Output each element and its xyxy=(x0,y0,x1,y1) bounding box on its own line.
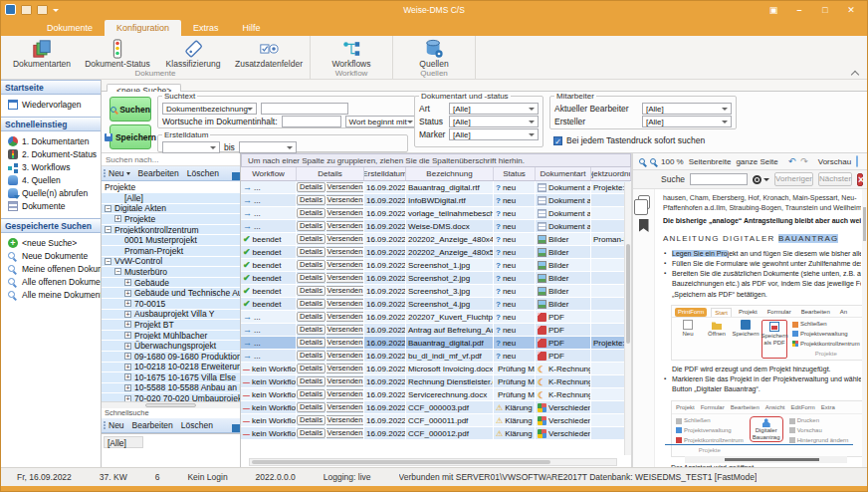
tree-expander-icon[interactable] xyxy=(105,226,111,233)
table-row[interactable]: ... Details Versenden 16.09.2022 08: Wei… xyxy=(241,220,631,233)
tree-expander-icon[interactable] xyxy=(124,279,131,286)
sidebar-item-quellen-abrufen[interactable]: Quelle(n) abrufen xyxy=(1,186,101,199)
details-button[interactable]: Details xyxy=(297,299,326,309)
tree-item[interactable]: 0001 Musterprojekt xyxy=(102,235,240,246)
thumbnails-icon[interactable] xyxy=(638,195,650,209)
status-select[interactable]: [Alle] xyxy=(449,116,539,127)
column-header-bezeichnung[interactable]: Bezeichnung xyxy=(406,167,494,180)
date-to-select[interactable] xyxy=(239,141,297,153)
find-options-button[interactable] xyxy=(753,175,769,184)
ersteller-select[interactable]: [Alle] xyxy=(642,116,732,127)
save-search-button[interactable]: Speichern xyxy=(109,124,151,149)
versenden-button[interactable]: Versenden xyxy=(326,325,364,335)
versenden-button[interactable]: Versenden xyxy=(326,402,364,412)
tree-item[interactable]: Projekt BT xyxy=(102,320,240,331)
tree-item[interactable]: Musterbüro xyxy=(102,267,240,278)
details-button[interactable]: Details xyxy=(297,338,326,348)
ribbon-button-klassifizierung[interactable]: Klassifizierung xyxy=(155,37,231,69)
tree-item[interactable]: VvW-Control xyxy=(102,257,240,268)
details-button[interactable]: Details xyxy=(297,221,326,231)
sidebar-item-workflows[interactable]: 3. Workflows xyxy=(1,160,101,173)
ribbon-button-quellen[interactable]: Quellen xyxy=(396,37,472,69)
find-input[interactable] xyxy=(690,173,748,185)
sidebar-item-meine-offenen-dokumente[interactable]: Meine offenen Dokumente xyxy=(1,262,101,275)
tree-expander-icon[interactable] xyxy=(124,290,131,297)
close-button[interactable] xyxy=(845,5,857,15)
details-button[interactable]: Details xyxy=(297,273,326,283)
bearbeiter-select[interactable]: [Alle] xyxy=(642,103,732,115)
sidebar-item-dokumente[interactable]: Dokumente xyxy=(1,199,101,212)
tree-edit-button[interactable]: Bearbeiten xyxy=(138,168,179,178)
scrollbar-thumb[interactable] xyxy=(725,458,819,461)
versenden-button[interactable]: Versenden xyxy=(326,286,364,296)
tree-item[interactable]: Gebäude xyxy=(102,278,240,289)
versenden-button[interactable]: Versenden xyxy=(326,428,364,438)
tree-item[interactable]: Projekte xyxy=(102,214,240,225)
schnellsuche-edit-button[interactable]: Bearbeiten xyxy=(132,420,173,430)
ribbon-collapse-icon[interactable] xyxy=(851,71,859,77)
table-row[interactable]: ... Details Versenden 16.09.2022 08: Inf… xyxy=(241,194,631,207)
bookmark-icon[interactable] xyxy=(639,219,649,232)
table-row[interactable]: beendet Details Versenden 16.09.2022 08:… xyxy=(241,233,631,246)
details-button[interactable]: Details xyxy=(297,234,326,244)
tree-splitter[interactable] xyxy=(102,401,240,408)
search-field-select[interactable]: Dokumentbezeichnung xyxy=(162,103,257,115)
versenden-button[interactable]: Versenden xyxy=(326,312,364,322)
tree-item[interactable]: [Alle] xyxy=(102,193,240,204)
details-button[interactable]: Details xyxy=(297,415,326,425)
tree-expander-icon[interactable] xyxy=(124,353,131,360)
table-row[interactable]: ... Details Versenden 16.09.2022 08: bu_… xyxy=(241,350,631,363)
details-button[interactable]: Details xyxy=(297,389,326,399)
details-button[interactable]: Details xyxy=(297,402,326,412)
tree-item[interactable]: Überwachungsprojekt xyxy=(102,341,240,352)
versenden-button[interactable]: Versenden xyxy=(326,351,364,361)
sidebar-item-dokumentarten[interactable]: 1. Dokumentarten xyxy=(1,134,101,147)
ribbon-button-dokumentarten[interactable]: Dokumentarten xyxy=(4,37,80,69)
quick-access-database-icon[interactable] xyxy=(37,5,48,15)
tree-item[interactable]: Projekt Mühlbacher xyxy=(102,331,240,342)
table-row[interactable]: beendet Details Versenden 16.09.2022 08:… xyxy=(241,259,631,272)
checkbox-checked-icon[interactable] xyxy=(553,136,562,145)
versenden-button[interactable]: Versenden xyxy=(326,234,364,244)
table-row[interactable]: kein Workflow Details Versenden 16.09.20… xyxy=(241,427,631,440)
instant-search-option[interactable]: Bei jedem Tastendruck sofort suchen xyxy=(553,135,705,145)
find-previous-button[interactable]: Vorheriger xyxy=(774,172,813,186)
versenden-button[interactable]: Versenden xyxy=(326,299,364,309)
table-row[interactable]: kein Workflow Details Versenden 16.09.20… xyxy=(241,363,631,375)
details-button[interactable]: Details xyxy=(297,208,326,218)
details-button[interactable]: Details xyxy=(297,312,326,322)
date-from-select[interactable] xyxy=(162,141,220,153)
sidebar-item-alle-meine-dokumente[interactable]: Alle meine Dokumente xyxy=(1,288,101,301)
word-mode-select[interactable]: Wort beginnt mit xyxy=(345,116,417,127)
versenden-button[interactable]: Versenden xyxy=(326,338,364,348)
tree-item[interactable]: 10-1675 10-1675 Villa Else xyxy=(102,372,240,383)
tree-item[interactable]: 10-0218 10-0218 Erweiterung... xyxy=(102,363,240,373)
style-button[interactable] xyxy=(767,5,779,15)
scrollbar-thumb[interactable] xyxy=(252,460,550,464)
search-button[interactable]: Suchen xyxy=(109,97,151,122)
toolbar-overflow-icon[interactable] xyxy=(232,424,240,432)
versenden-button[interactable]: Versenden xyxy=(326,182,364,192)
column-header-erstelldatum[interactable]: Erstelldatum xyxy=(364,167,406,180)
art-select[interactable]: [Alle] xyxy=(449,103,539,115)
quick-access-search-icon[interactable] xyxy=(21,5,32,15)
sidebar-item-alle-offenen-dokumente[interactable]: Alle offenen Dokumente xyxy=(1,275,101,288)
versenden-button[interactable]: Versenden xyxy=(326,195,364,205)
versenden-button[interactable]: Versenden xyxy=(326,415,364,425)
sidebar-item-dokument-status[interactable]: 2. Dokument-Status xyxy=(1,147,101,160)
table-row[interactable]: ... Details Versenden 16.09.2022 08: Ant… xyxy=(241,324,631,337)
details-button[interactable]: Details xyxy=(297,376,326,386)
table-row[interactable]: kein Workflow Details Versenden 16.09.20… xyxy=(241,388,631,401)
splitter-handle[interactable] xyxy=(145,403,195,407)
table-row[interactable]: kein Workflow Details Versenden 16.09.20… xyxy=(241,375,631,388)
undo-icon[interactable] xyxy=(788,156,796,166)
versenden-button[interactable]: Versenden xyxy=(326,247,364,257)
toolbar-overflow-icon[interactable] xyxy=(232,172,240,180)
tab-hilfe[interactable]: Hilfe xyxy=(231,20,273,36)
tree-delete-button[interactable]: Löschen xyxy=(187,168,219,178)
tree-expander-icon[interactable] xyxy=(124,311,131,318)
versenden-button[interactable]: Versenden xyxy=(326,389,364,399)
tree-item[interactable]: 09-1680 09-1680 Produktions... xyxy=(102,352,240,363)
scrollbar-thumb[interactable] xyxy=(626,244,630,344)
tree-expander-icon[interactable] xyxy=(124,364,131,370)
